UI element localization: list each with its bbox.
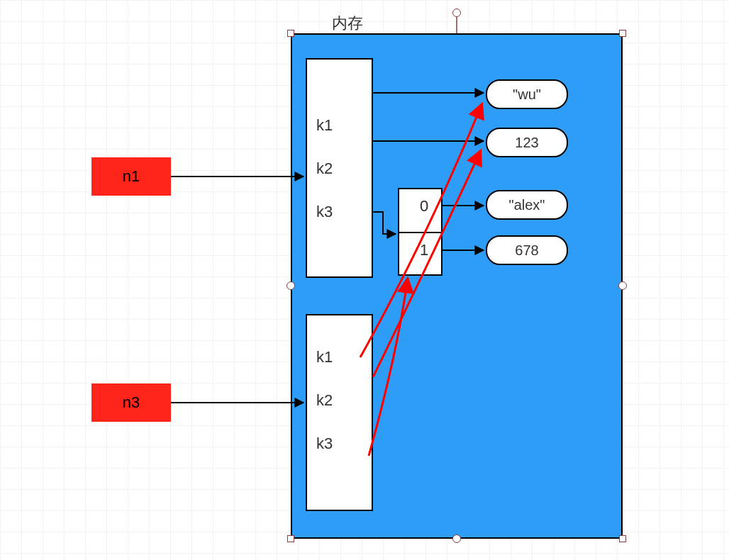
selection-handle-mid[interactable] — [286, 281, 295, 290]
dict1-k3: k3 — [316, 203, 333, 221]
diagram-canvas: 内存 n1 n3 k1 k2 k3 k1 k2 k3 0 1 "wu" 123 … — [0, 0, 729, 560]
dict2-k3: k3 — [316, 435, 333, 453]
dict2-k2: k2 — [316, 391, 333, 410]
dict2-box — [306, 314, 373, 511]
dict2-k1: k1 — [316, 348, 333, 366]
selection-handle[interactable] — [287, 535, 294, 542]
var-n3: n3 — [91, 383, 171, 422]
value-123-label: 123 — [515, 135, 538, 151]
value-wu: "wu" — [486, 79, 568, 109]
selection-handle-mid[interactable] — [452, 534, 461, 543]
selection-handle[interactable] — [287, 30, 294, 37]
value-678: 678 — [486, 235, 568, 265]
dict1-k2: k2 — [316, 159, 333, 178]
selection-handle[interactable] — [619, 30, 626, 37]
list-idx1: 1 — [420, 241, 428, 259]
rotation-handle[interactable] — [452, 9, 461, 17]
var-n1-label: n1 — [123, 167, 140, 186]
list-divider — [399, 232, 441, 233]
var-n3-label: n3 — [123, 393, 140, 412]
list-idx0: 0 — [420, 197, 428, 215]
selection-handle[interactable] — [619, 535, 626, 542]
value-alex: "alex" — [486, 190, 568, 220]
memory-title: 内存 — [332, 13, 363, 34]
var-n1: n1 — [91, 157, 171, 196]
dict1-k1: k1 — [316, 116, 333, 135]
value-678-label: 678 — [515, 242, 538, 259]
value-123: 123 — [486, 128, 568, 157]
value-wu-label: "wu" — [513, 86, 541, 103]
value-alex-label: "alex" — [509, 197, 545, 213]
selection-handle-mid[interactable] — [618, 281, 627, 290]
